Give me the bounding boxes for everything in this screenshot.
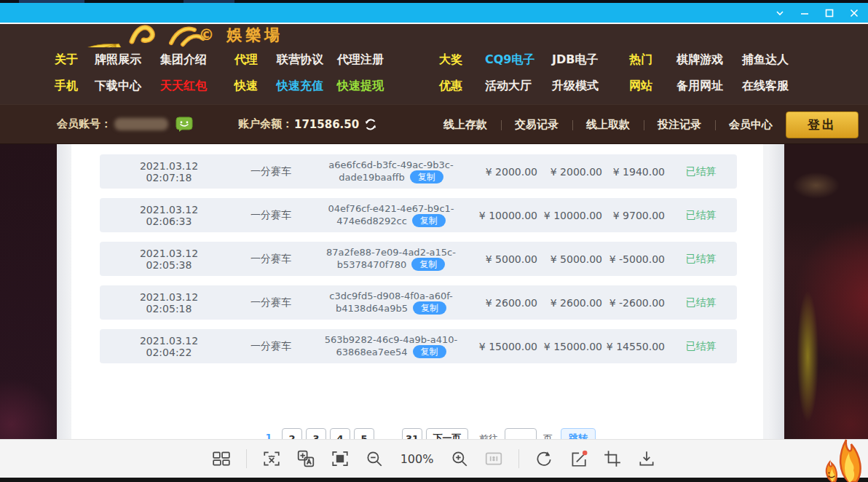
flame-mascot-icon[interactable] (801, 428, 868, 482)
cell-status: 已结算 (665, 253, 737, 266)
fit-to-screen-icon[interactable] (331, 449, 350, 468)
record-time: 02:04:22 (100, 347, 238, 358)
minimize-icon[interactable] (792, 3, 817, 23)
copy-button[interactable]: 复制 (412, 214, 446, 227)
layout-grid-icon[interactable] (212, 449, 231, 468)
records-panel: 2021.03.12 02:07:18 一分赛车 a6e6fc6d-b3fc-4… (71, 144, 763, 439)
account-username-redacted (114, 118, 168, 130)
table-row: 2021.03.12 02:05:38 一分赛车 87a2fe88-7e09-4… (100, 242, 737, 276)
cell-win-loss: ¥ -2600.00 (602, 297, 665, 309)
table-row: 2021.03.12 02:07:18 一分赛车 a6e6fc6d-b3fc-4… (100, 154, 737, 189)
message-icon[interactable] (175, 116, 193, 133)
copy-button[interactable]: 复制 (413, 345, 446, 358)
download-icon[interactable] (637, 449, 656, 468)
nav-item[interactable]: 牌照展示 (95, 52, 160, 68)
nav-item[interactable]: 集团介绍 (160, 52, 234, 68)
account-info: 会员账号： 账户余额： 171586.50 (57, 116, 377, 133)
maximize-icon[interactable] (817, 3, 842, 23)
nav-item[interactable]: JDB电子 (552, 52, 629, 68)
table-row: 2021.03.12 02:06:33 一分赛车 04ef76cf-e421-4… (100, 198, 737, 232)
cell-order-id: a6e6fc6d-b3fc-49ac-9b3c- dade19baaffb 复制 (304, 159, 478, 183)
phoenix-wing-icon (40, 24, 127, 47)
cell-game: 一分赛车 (238, 209, 304, 222)
order-id-line2: 63868ea7ee54 (336, 347, 407, 357)
nav-row-2: 手机 下载中心 天天红包 快速 快速充值 快速提现 优惠 活动大厅 升级模式 网… (0, 79, 868, 94)
order-id-line1: 563b9282-46c9-4a9b-a410- (304, 334, 478, 345)
cell-order-id: c3dc9fd5-d908-4f0a-a60f- b4138d64a9b5 复制 (304, 291, 478, 315)
nav-item[interactable]: 热门 (629, 52, 676, 68)
close-icon[interactable] (842, 3, 867, 23)
screenshot-toolbar: 100% (0, 439, 868, 478)
record-date: 2021.03.12 (100, 291, 238, 303)
account-link[interactable]: 会员中心 (715, 118, 786, 132)
cell-valid-amount: ¥ 2000.00 (537, 166, 602, 178)
nav-item[interactable]: 快速充值 (277, 79, 337, 94)
nav-item[interactable]: CQ9电子 (485, 52, 552, 68)
copy-button[interactable]: 复制 (411, 258, 445, 271)
cell-win-loss: ¥ -5000.00 (602, 253, 665, 265)
table-row: 2021.03.12 02:04:22 一分赛车 563b9282-46c9-4… (100, 329, 737, 363)
order-id-line2: 474e6d8292cc (336, 216, 407, 226)
nav-item[interactable]: 联营协议 (277, 52, 337, 68)
background-left (0, 144, 57, 439)
nav-item[interactable]: 活动大厅 (485, 79, 552, 94)
nav-item[interactable]: 关于 (55, 52, 95, 68)
content-area: 2021.03.12 02:07:18 一分赛车 a6e6fc6d-b3fc-4… (0, 144, 868, 439)
record-time: 02:05:38 (100, 259, 238, 271)
cell-datetime: 2021.03.12 02:04:22 (100, 335, 238, 358)
window-titlebar[interactable] (0, 3, 868, 23)
nav-item[interactable]: 备用网址 (676, 79, 742, 94)
record-date: 2021.03.12 (100, 248, 238, 259)
site-logo[interactable]: © 娛樂場 (40, 24, 127, 47)
one-to-one-icon[interactable] (484, 449, 503, 468)
record-date: 2021.03.12 (100, 204, 238, 216)
nav-item[interactable]: 天天红包 (160, 79, 234, 94)
nav-item[interactable]: 捕鱼达人 (742, 52, 795, 68)
nav-item[interactable]: 代理注册 (337, 52, 439, 68)
translate-icon[interactable] (296, 449, 315, 468)
rotate-icon[interactable] (534, 449, 553, 468)
nav-item[interactable]: 下载中心 (95, 79, 160, 94)
cell-status: 已结算 (665, 340, 737, 353)
nav-item[interactable]: 在线客服 (742, 79, 795, 94)
order-id-line1: 04ef76cf-e421-4e67-b9c1- (304, 203, 478, 214)
cell-win-loss: ¥ 14550.00 (602, 341, 665, 352)
cell-datetime: 2021.03.12 02:07:18 (100, 160, 238, 183)
nav-item[interactable]: 快速提现 (337, 79, 439, 94)
nav-item[interactable]: 网站 (629, 79, 676, 94)
nav-item[interactable]: 大奖 (439, 52, 485, 68)
nav-item[interactable]: 棋牌游戏 (676, 52, 742, 68)
crop-icon[interactable] (603, 449, 622, 468)
account-link[interactable]: 投注记录 (644, 118, 715, 132)
cell-status: 已结算 (665, 296, 737, 309)
zoom-in-icon[interactable] (450, 449, 469, 468)
logout-button[interactable]: 登出 (786, 111, 859, 138)
copy-button[interactable]: 复制 (410, 170, 443, 183)
account-link[interactable]: 线上存款 (430, 118, 501, 132)
nav-item[interactable]: 快速 (234, 79, 277, 94)
copy-button[interactable]: 复制 (413, 301, 446, 315)
order-id-line1: c3dc9fd5-d908-4f0a-a60f- (304, 291, 478, 301)
account-actions: 线上存款 交易记录 线上取款 投注记录 会员中心 登出 (430, 105, 786, 144)
cell-order-id: 563b9282-46c9-4a9b-a410- 63868ea7ee54 复制 (304, 334, 478, 358)
account-link[interactable]: 线上取款 (572, 118, 644, 132)
cell-datetime: 2021.03.12 02:06:33 (100, 204, 238, 227)
window-controls (768, 3, 867, 23)
bet-records-list: 2021.03.12 02:07:18 一分赛车 a6e6fc6d-b3fc-4… (100, 154, 737, 373)
annotate-icon[interactable] (569, 449, 588, 468)
nav-item[interactable]: 升级模式 (552, 79, 629, 94)
account-link[interactable]: 交易记录 (501, 118, 572, 132)
cell-bet-amount: ¥ 15000.00 (478, 341, 537, 352)
zoom-out-icon[interactable] (365, 449, 384, 468)
nav-item[interactable]: 优惠 (439, 79, 485, 94)
chevron-down-icon[interactable] (768, 3, 792, 23)
ocr-text-icon[interactable] (262, 449, 281, 468)
refresh-balance-icon[interactable] (364, 118, 377, 131)
cell-win-loss: ¥ 1940.00 (602, 166, 665, 178)
nav-item[interactable]: 代理 (234, 52, 277, 68)
table-row: 2021.03.12 02:05:18 一分赛车 c3dc9fd5-d908-4… (100, 285, 737, 320)
zoom-level-label: 100% (399, 452, 435, 466)
nav-item[interactable]: 手机 (55, 79, 95, 94)
logo-suffix-text: © 娛樂場 (199, 25, 283, 45)
cell-bet-amount: ¥ 2600.00 (478, 297, 537, 309)
